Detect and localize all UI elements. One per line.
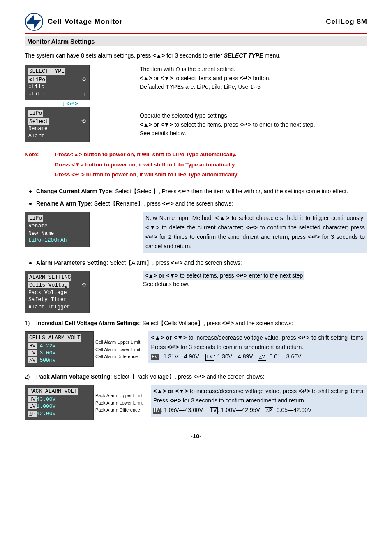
header-divider	[25, 33, 367, 34]
desc-operate-type: Operate the selected type settings <▲> o…	[140, 111, 367, 138]
lcd-select-type: SELECT TYPE ⊙LiPo⟲ ○Lilo ○LiFe↓	[25, 65, 90, 100]
header-title: Cell Voltage Monitor	[48, 18, 326, 26]
lcd-pack-alarm: PACK ALARM VOLT HV43.00V LV1.000V △P42.0…	[25, 385, 94, 420]
note-block: Note: Press<▲> button to power on, it wi…	[25, 150, 367, 180]
cells-shade-desc: <▲> or <▼> to increase/decrease voltage …	[148, 331, 367, 363]
rename-description: New Name Input Method: <▲> to select cha…	[143, 212, 367, 253]
intro-paragraph: The system can have 8 sets alarm setting…	[25, 51, 367, 60]
lcd-rename: LiPo Rename New Name LiPo-1200mAh	[25, 212, 90, 247]
logo-icon	[25, 12, 44, 31]
bullet-rename-type: ● Rename Alarm Type: Select【Rename】, pre…	[25, 199, 367, 208]
bullet-change-type: ● Change Current Alarm Type: Select【Sele…	[25, 187, 367, 196]
page-number: -10-	[25, 432, 367, 439]
callouts-cells: Cell Alarm Upper Limit Cell Alarm Lower …	[95, 331, 140, 367]
desc-select-type: The item with ⊙ is the current setting. …	[140, 65, 367, 92]
pack-shade-desc: <▲> or <▼> to increase/decrease voltage …	[151, 385, 367, 417]
item-pack-voltage: 2) Pack Alarm Voltage Setting: Select【Pa…	[25, 372, 367, 382]
bullet-alarm-params: ● Alarm Parameters Setting: Select【Alarm…	[25, 259, 367, 268]
callouts-pack: Pack Alarm Upper Limit Pack Alarm Lower …	[95, 385, 143, 420]
lcd-cells-alarm: CELLS ALARM VOLT HV 4.22V LV 3.00V △V 50…	[25, 331, 94, 367]
enter-arrow-icon: ↓ <↵>	[49, 100, 90, 107]
lcd-lipo-menu: LiPo Select⟲ Rename Alarm	[25, 107, 90, 142]
alarm-description: <▲> or <▼> to select items, press <↵> en…	[143, 271, 367, 289]
lcd-alarm-setting: ALARM SETTING Cells Voltag⟲ Pack Voltage…	[25, 271, 90, 314]
section-title: Monitor Alarm Settings	[25, 36, 367, 46]
item-cells-voltage: 1) Individual Cell Voltage Alarm Setting…	[25, 319, 367, 328]
header-model: CellLog 8M	[326, 18, 367, 26]
